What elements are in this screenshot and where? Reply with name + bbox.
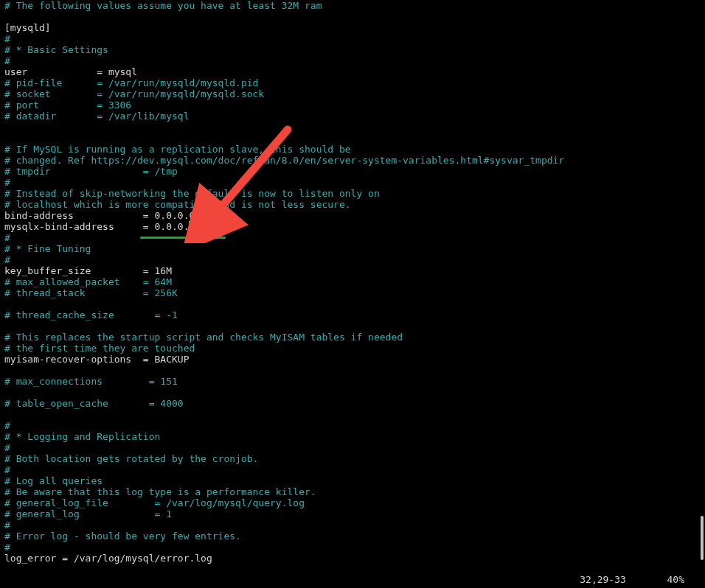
- editor-line: # table_open_cache = 4000: [4, 398, 701, 409]
- editor-line: #: [4, 464, 701, 475]
- editor-line: # changed. Ref https://dev.mysql.com/doc…: [4, 155, 701, 166]
- editor-line: # datadir = /var/lib/mysql: [4, 111, 701, 122]
- editor-line: # This replaces the startup script and c…: [4, 332, 701, 343]
- editor-line: [4, 11, 701, 22]
- annotation-underline: [140, 237, 226, 239]
- vim-status-bar: 32,29-33 40%: [0, 574, 699, 585]
- editor-line: # * Logging and Replication: [4, 431, 701, 442]
- editor-line: [4, 365, 701, 376]
- editor-line: [4, 133, 701, 144]
- scroll-percent: 40%: [667, 574, 684, 585]
- editor-line: # the first time they are touched: [4, 343, 701, 354]
- editor-line: # max_connections = 151: [4, 376, 701, 387]
- scrollbar-track[interactable]: [701, 0, 704, 588]
- editor-line: # Log all queries: [4, 475, 701, 486]
- editor-line: # Be aware that this log type is a perfo…: [4, 486, 701, 497]
- editor-line: # If MySQL is running as a replication s…: [4, 144, 701, 155]
- editor-line: # tmpdir = /tmp: [4, 166, 701, 177]
- editor-line: # port = 3306: [4, 99, 701, 111]
- editor-line: #: [4, 542, 701, 553]
- editor-line: #: [4, 177, 701, 188]
- editor-line: # * Fine Tuning: [4, 243, 701, 254]
- editor-line: #: [4, 442, 701, 453]
- editor-line: # Instead of skip-networking the default…: [4, 188, 701, 199]
- editor-line: bind-address = 0.0.0.0: [4, 210, 701, 221]
- editor-line: mysqlx-bind-address = 0.0.0.0: [4, 221, 701, 232]
- editor-line: # The following values assume you have a…: [4, 0, 701, 11]
- editor-line: # localhost which is more compatible and…: [4, 199, 701, 210]
- editor-line: #: [4, 420, 701, 431]
- editor-line: [4, 298, 701, 309]
- editor-viewport[interactable]: # The following values assume you have a…: [0, 0, 705, 564]
- editor-line: log_error = /var/log/mysql/error.log: [4, 553, 701, 564]
- cursor-position: 32,29-33: [580, 574, 626, 585]
- editor-line: #: [4, 519, 701, 531]
- editor-line: # socket = /var/run/mysqld/mysqld.sock: [4, 88, 701, 99]
- scrollbar-thumb[interactable]: [701, 516, 704, 560]
- editor-line: [4, 122, 701, 133]
- editor-line: #: [4, 55, 701, 66]
- editor-line: [mysqld]: [4, 22, 701, 33]
- editor-line: #: [4, 33, 701, 44]
- editor-line: key_buffer_size = 16M: [4, 265, 701, 276]
- editor-line: # thread_cache_size = -1: [4, 309, 701, 321]
- editor-line: #: [4, 232, 701, 243]
- editor-line: [4, 387, 701, 398]
- editor-line: # Error log - should be very few entries…: [4, 531, 701, 542]
- editor-line: # thread_stack = 256K: [4, 287, 701, 298]
- editor-line: [4, 409, 701, 420]
- editor-line: user = mysql: [4, 66, 701, 77]
- editor-line: # general_log_file = /var/log/mysql/quer…: [4, 497, 701, 508]
- editor-line: # max_allowed_packet = 64M: [4, 276, 701, 287]
- editor-line: # pid-file = /var/run/mysqld/mysqld.pid: [4, 77, 701, 88]
- editor-line: [4, 321, 701, 332]
- editor-line: # * Basic Settings: [4, 44, 701, 55]
- editor-line: myisam-recover-options = BACKUP: [4, 354, 701, 365]
- text-cursor: 0: [189, 221, 195, 232]
- editor-line: # general_log = 1: [4, 508, 701, 519]
- editor-line: # Both location gets rotated by the cron…: [4, 453, 701, 464]
- editor-line: #: [4, 254, 701, 265]
